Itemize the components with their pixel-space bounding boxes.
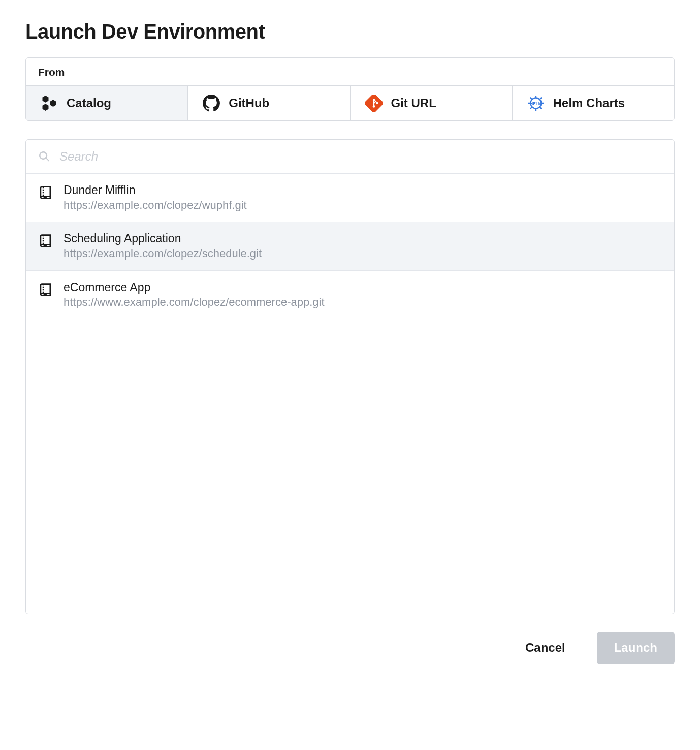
- svg-line-17: [530, 107, 532, 109]
- item-name: Scheduling Application: [63, 231, 262, 246]
- item-name: eCommerce App: [63, 280, 325, 295]
- tab-label: Git URL: [391, 96, 436, 110]
- item-url: https://example.com/clopez/wuphf.git: [63, 198, 247, 213]
- from-panel: From Catalog GitHub: [25, 57, 675, 121]
- tab-giturl[interactable]: Git URL: [351, 86, 513, 120]
- list-item[interactable]: eCommerce App https://www.example.com/cl…: [26, 271, 674, 319]
- helm-icon: HELM: [527, 94, 545, 112]
- from-label: From: [26, 58, 674, 86]
- svg-point-6: [376, 102, 378, 105]
- item-url: https://www.example.com/clopez/ecommerce…: [63, 295, 325, 310]
- page-title: Launch Dev Environment: [25, 20, 675, 43]
- tab-label: GitHub: [229, 96, 269, 110]
- svg-line-14: [530, 98, 532, 99]
- svg-marker-0: [43, 96, 49, 103]
- dialog-footer: Cancel Launch: [25, 632, 675, 664]
- tab-label: Helm Charts: [553, 96, 625, 110]
- repo-icon: [38, 282, 53, 297]
- list-item[interactable]: Scheduling Application https://example.c…: [26, 222, 674, 270]
- from-tabs: Catalog GitHub: [26, 86, 674, 120]
- list-item[interactable]: Dunder Mifflin https://example.com/clope…: [26, 174, 674, 222]
- catalog-list-panel: Dunder Mifflin https://example.com/clope…: [25, 139, 675, 614]
- launch-button[interactable]: Launch: [597, 632, 675, 664]
- repo-icon: [38, 233, 53, 248]
- repo-icon: [38, 185, 53, 200]
- search-input[interactable]: [58, 149, 662, 164]
- svg-line-16: [540, 98, 542, 99]
- svg-marker-2: [43, 104, 49, 111]
- svg-marker-1: [50, 100, 56, 107]
- item-name: Dunder Mifflin: [63, 183, 247, 198]
- tab-label: Catalog: [67, 96, 111, 110]
- tab-github[interactable]: GitHub: [188, 86, 350, 120]
- catalog-list: Dunder Mifflin https://example.com/clope…: [26, 174, 674, 614]
- search-bar: [26, 140, 674, 174]
- cancel-button[interactable]: Cancel: [508, 632, 583, 664]
- svg-text:HELM: HELM: [530, 102, 542, 106]
- git-icon: [365, 94, 383, 112]
- tab-catalog[interactable]: Catalog: [26, 86, 188, 120]
- svg-line-15: [540, 107, 542, 109]
- tab-helm[interactable]: HELM Helm Charts: [513, 86, 674, 120]
- item-url: https://example.com/clopez/schedule.git: [63, 246, 262, 261]
- catalog-icon: [40, 94, 58, 112]
- search-icon: [38, 150, 50, 163]
- github-icon: [202, 94, 220, 112]
